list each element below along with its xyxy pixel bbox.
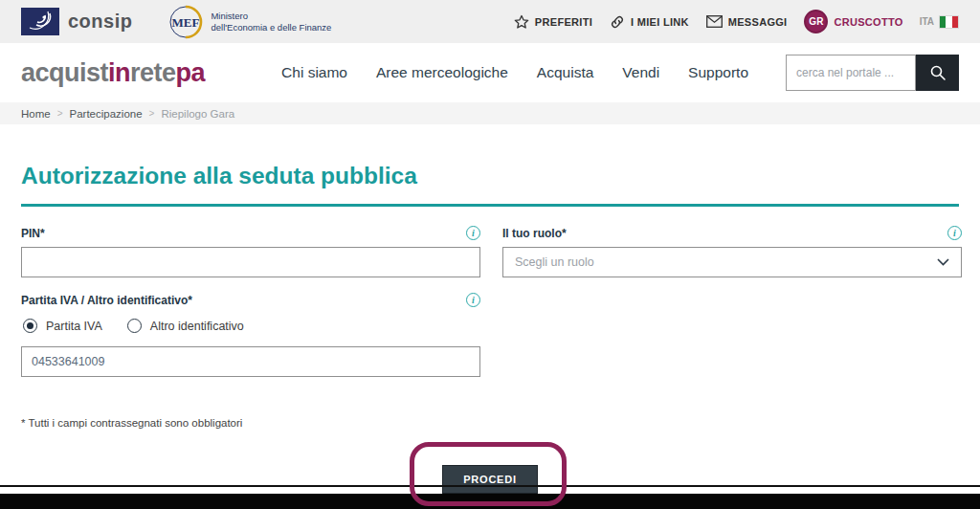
search-icon [929,64,947,81]
logo-segment: rete [130,58,176,87]
radio-altro-identificativo-label: Altro identificativo [150,320,244,333]
envelope-icon [706,15,723,28]
role-select-placeholder: Scegli un ruolo [515,255,594,269]
breadcrumb-riepilogo-gara: Riepilogo Gara [161,108,234,120]
search-input[interactable] [786,55,916,91]
role-field: Il tuo ruolo* i Scegli un ruolo [502,226,962,277]
logo-segment: acquist [21,58,108,87]
breadcrumb-partecipazione[interactable]: Partecipazione [70,108,143,120]
favorites-link[interactable]: PREFERITI [514,14,592,30]
language-selector[interactable]: ITA [920,15,959,29]
dashboard-label: CRUSCOTTO [834,16,902,28]
vat-field: Partita IVA / Altro identificativo* i Pa… [21,293,480,377]
nav-menu: Chi siamo Aree merceologiche Acquista Ve… [281,64,748,81]
vat-label: Partita IVA / Altro identificativo* [21,294,192,307]
role-label: Il tuo ruolo* [502,227,567,240]
star-icon [514,14,529,30]
breadcrumb-separator: > [57,108,63,119]
nav-item-acquista[interactable]: Acquista [537,64,593,81]
mef-ministry-name: Ministero dell'Economia e delle Finanze [211,11,331,33]
dashboard-link[interactable]: GR CRUSCOTTO [804,10,902,33]
logo-segment: in [108,58,130,87]
procedi-button[interactable]: PROCEDI [442,465,538,494]
radio-partita-iva-label: Partita IVA [46,320,102,333]
radio-unselected-icon[interactable] [127,319,142,333]
pin-input[interactable] [21,247,480,277]
info-icon[interactable]: i [947,226,962,240]
radio-partita-iva[interactable]: Partita IVA [23,319,102,333]
nav-item-supporto[interactable]: Supporto [688,64,748,81]
nav-item-vendi[interactable]: Vendi [622,64,659,81]
breadcrumb: Home > Partecipazione > Riepilogo Gara [0,102,980,124]
mef-seal-icon: MEF [168,5,203,39]
main-navbar: acquistinretepa Chi siamo Aree merceolog… [0,43,980,102]
footer-bar [0,494,980,509]
vat-radio-group: Partita IVA Altro identificativo [23,319,480,333]
pin-field: PIN* i [21,226,480,277]
submit-row: PROCEDI [21,465,959,494]
footer-divider [0,485,980,487]
utility-topbar: consip MEF Ministero dell'Economia e del… [0,0,980,43]
consip-logo[interactable]: consip [21,8,132,35]
chevron-down-icon [937,258,949,266]
nav-item-aree-merceologiche[interactable]: Aree merceologiche [376,64,508,81]
info-icon[interactable]: i [466,226,480,240]
nav-item-chi-siamo[interactable]: Chi siamo [281,64,347,81]
mef-logo[interactable]: MEF Ministero dell'Economia e delle Fina… [168,5,331,39]
breadcrumb-separator: > [149,108,155,119]
link-icon [610,14,625,30]
role-select[interactable]: Scegli un ruolo [502,247,962,277]
main-content: Autorizzazione alla seduta pubblica PIN*… [0,163,980,494]
svg-text:MEF: MEF [172,15,200,30]
my-links-link[interactable]: I MIEI LINK [610,14,689,30]
consip-wordmark: consip [68,11,132,33]
info-icon[interactable]: i [466,293,480,307]
radio-altro-identificativo[interactable]: Altro identificativo [127,319,244,333]
consip-swirl-icon [21,8,59,35]
italian-flag-icon [939,15,959,29]
pin-label: PIN* [21,227,45,240]
messages-link[interactable]: MESSAGGI [706,15,788,28]
authorization-form: PIN* i Il tuo ruolo* i Scegli un ruolo P… [21,226,959,392]
title-divider [21,204,959,207]
messages-label: MESSAGGI [728,16,788,28]
breadcrumb-home[interactable]: Home [21,108,51,120]
vat-number-input[interactable] [21,346,480,377]
user-initials-avatar[interactable]: GR [804,10,828,33]
logo-segment: pa [176,58,206,87]
page-title: Autorizzazione alla seduta pubblica [21,163,959,189]
my-links-label: I MIEI LINK [631,16,689,28]
required-fields-note: * Tutti i campi contrassegnati sono obbl… [21,417,959,429]
portal-search [786,55,959,91]
language-code: ITA [920,16,934,27]
favorites-label: PREFERITI [535,16,592,28]
search-button[interactable] [916,55,959,91]
acquistinretepa-logo[interactable]: acquistinretepa [21,58,205,88]
radio-selected-icon[interactable] [23,319,37,333]
